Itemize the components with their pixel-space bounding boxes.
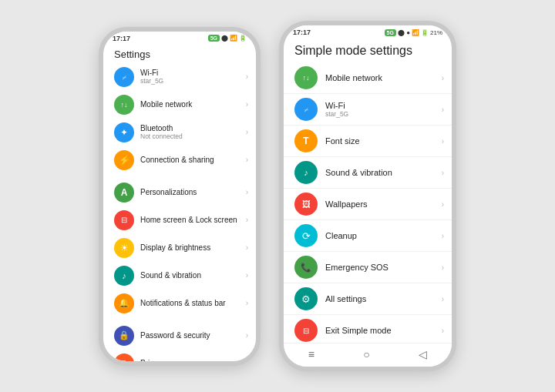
simple-fontsize-label: Font size bbox=[325, 136, 434, 146]
simple-exit-icon: ⊟ bbox=[294, 319, 318, 342]
homescreen-label: Home screen & Lock screen bbox=[140, 216, 240, 224]
simple-wifi-sub: star_5G bbox=[325, 110, 434, 118]
settings-item-privacy[interactable]: 👁 Privacy › bbox=[103, 350, 256, 361]
settings-item-bluetooth[interactable]: ✦ Bluetooth Not connected › bbox=[103, 119, 256, 146]
status-bar-2: 17:17 5G ⬤ ● 📶 🔋 21% bbox=[284, 25, 452, 38]
simple-item-wifi[interactable]: ⌿ Wi-Fi star_5G › bbox=[284, 94, 452, 126]
simple-item-allsettings[interactable]: ⚙ All settings › bbox=[284, 283, 452, 315]
privacy-label: Privacy bbox=[140, 359, 240, 361]
settings-title: Settings bbox=[103, 44, 256, 63]
simple-mode-title: Simple mode settings bbox=[284, 38, 452, 62]
settings-item-connection[interactable]: ⚡ Connection & sharing › bbox=[103, 146, 256, 174]
battery-2: 🔋 bbox=[421, 29, 429, 36]
simple-sound-label: Sound & vibration bbox=[325, 168, 434, 177]
personalizations-arrow: › bbox=[246, 188, 248, 196]
wifi-label: Wi-Fi bbox=[140, 69, 240, 77]
simple-fontsize-arrow: › bbox=[442, 137, 444, 146]
display-label: Display & brightness bbox=[140, 243, 240, 252]
simple-wifi-icon: ⌿ bbox=[294, 98, 318, 121]
simple-allsettings-arrow: › bbox=[442, 295, 444, 303]
settings-item-sound[interactable]: ♪ Sound & vibration › bbox=[103, 262, 256, 290]
sound-label: Sound & vibration bbox=[140, 271, 240, 280]
nav-home-icon[interactable]: ○ bbox=[363, 348, 369, 360]
mobile-icon: ↑↓ bbox=[114, 95, 134, 115]
connection-label: Connection & sharing bbox=[140, 156, 240, 164]
simple-exit-arrow: › bbox=[442, 327, 444, 335]
mobile-label: Mobile network bbox=[140, 100, 240, 109]
simple-item-wallpapers[interactable]: 🖼 Wallpapers › bbox=[284, 189, 452, 220]
settings-item-notifications[interactable]: 🔔 Notifications & status bar › bbox=[103, 290, 256, 317]
simple-mobile-label: Mobile network bbox=[325, 73, 434, 82]
simple-allsettings-label: All settings bbox=[325, 294, 434, 303]
settings-item-password[interactable]: 🔒 Password & security › bbox=[103, 322, 256, 350]
settings-item-personalizations[interactable]: A Personalizations › bbox=[103, 179, 256, 206]
simple-item-cleanup[interactable]: ⟳ Cleanup › bbox=[284, 220, 452, 252]
wifi-arrow: › bbox=[246, 72, 248, 81]
mobile-arrow: › bbox=[246, 100, 248, 109]
simple-sos-icon: 📞 bbox=[294, 256, 318, 279]
settings-list: ⌿ Wi-Fi star_5G › ↑↓ Mobile network › ✦ bbox=[103, 63, 256, 361]
simple-sound-icon: ♪ bbox=[294, 161, 318, 184]
settings-item-wifi[interactable]: ⌿ Wi-Fi star_5G › bbox=[103, 63, 256, 91]
simple-sound-arrow: › bbox=[442, 169, 444, 177]
display-arrow: › bbox=[246, 243, 248, 252]
password-arrow: › bbox=[246, 331, 248, 340]
status-icons-2: 5G ⬤ ● 📶 🔋 21% bbox=[385, 29, 442, 36]
privacy-icon: 👁 bbox=[114, 353, 134, 361]
wifi-icon: ⌿ bbox=[114, 67, 134, 87]
notifications-arrow: › bbox=[246, 299, 248, 307]
network-badge-1: 5G bbox=[208, 35, 220, 42]
status-bar-1: 17:17 5G ⬤ 📶 🔋 bbox=[103, 32, 256, 44]
simple-sos-label: Emergency SOS bbox=[325, 263, 434, 272]
simple-cleanup-icon: ⟳ bbox=[294, 224, 318, 247]
connection-arrow: › bbox=[246, 156, 248, 164]
simple-wifi-arrow: › bbox=[442, 106, 444, 114]
bluetooth-arrow: › bbox=[246, 128, 248, 136]
personalizations-label: Personalizations bbox=[140, 188, 240, 196]
homescreen-arrow: › bbox=[246, 216, 248, 224]
simple-item-fontsize[interactable]: T Font size › bbox=[284, 126, 452, 157]
status-time-1: 17:17 bbox=[113, 35, 130, 42]
sound-icon: ♪ bbox=[114, 266, 134, 286]
simple-mobile-arrow: › bbox=[442, 74, 444, 82]
simple-wallpapers-arrow: › bbox=[442, 200, 444, 209]
bluetooth-label: Bluetooth bbox=[140, 124, 240, 132]
notifications-icon: 🔔 bbox=[114, 293, 134, 313]
wifi-icon-1: 📶 bbox=[230, 35, 237, 42]
settings-item-display[interactable]: ☀ Display & brightness › bbox=[103, 234, 256, 262]
wifi-sub: star_5G bbox=[140, 77, 240, 85]
bluetooth-icon: ✦ bbox=[114, 122, 134, 142]
simple-mobile-icon: ↑↓ bbox=[294, 66, 318, 89]
signal-dots-2: ⬤ ● bbox=[398, 29, 410, 36]
simple-wallpapers-icon: 🖼 bbox=[294, 193, 318, 216]
nav-back-icon[interactable]: ◁ bbox=[419, 348, 427, 360]
phone-2: 17:17 5G ⬤ ● 📶 🔋 21% Simple mode setting… bbox=[279, 21, 456, 371]
settings-item-homescreen[interactable]: ⊟ Home screen & Lock screen › bbox=[103, 206, 256, 234]
connection-icon: ⚡ bbox=[114, 150, 134, 170]
status-icons-1: 5G ⬤ 📶 🔋 bbox=[208, 35, 247, 42]
phone-1: 17:17 5G ⬤ 📶 🔋 Settings ⌿ Wi-Fi star_5G … bbox=[99, 27, 261, 366]
personalizations-icon: A bbox=[114, 183, 134, 203]
simple-wifi-label: Wi-Fi bbox=[325, 101, 434, 110]
network-badge-2: 5G bbox=[385, 29, 396, 36]
simple-item-exit[interactable]: ⊟ Exit Simple mode › bbox=[284, 315, 452, 343]
homescreen-icon: ⊟ bbox=[114, 210, 134, 230]
signal-icon-1: ⬤ bbox=[221, 35, 228, 42]
sound-arrow: › bbox=[246, 271, 248, 280]
notifications-label: Notifications & status bar bbox=[140, 299, 240, 307]
simple-cleanup-arrow: › bbox=[442, 232, 444, 240]
simple-fontsize-icon: T bbox=[294, 129, 318, 152]
simple-item-sos[interactable]: 📞 Emergency SOS › bbox=[284, 252, 452, 283]
settings-item-mobile[interactable]: ↑↓ Mobile network › bbox=[103, 91, 256, 119]
password-icon: 🔒 bbox=[114, 326, 134, 346]
privacy-arrow: › bbox=[246, 359, 248, 361]
simple-allsettings-icon: ⚙ bbox=[294, 287, 318, 310]
wifi-bars-2: 📶 bbox=[412, 29, 419, 36]
display-icon: ☀ bbox=[114, 238, 134, 258]
simple-item-mobile[interactable]: ↑↓ Mobile network › bbox=[284, 62, 452, 94]
simple-item-sound[interactable]: ♪ Sound & vibration › bbox=[284, 157, 452, 189]
simple-exit-label: Exit Simple mode bbox=[325, 326, 434, 335]
password-label: Password & security bbox=[140, 331, 240, 340]
bottom-nav: ≡ ○ ◁ bbox=[284, 343, 452, 367]
nav-menu-icon[interactable]: ≡ bbox=[308, 348, 314, 360]
